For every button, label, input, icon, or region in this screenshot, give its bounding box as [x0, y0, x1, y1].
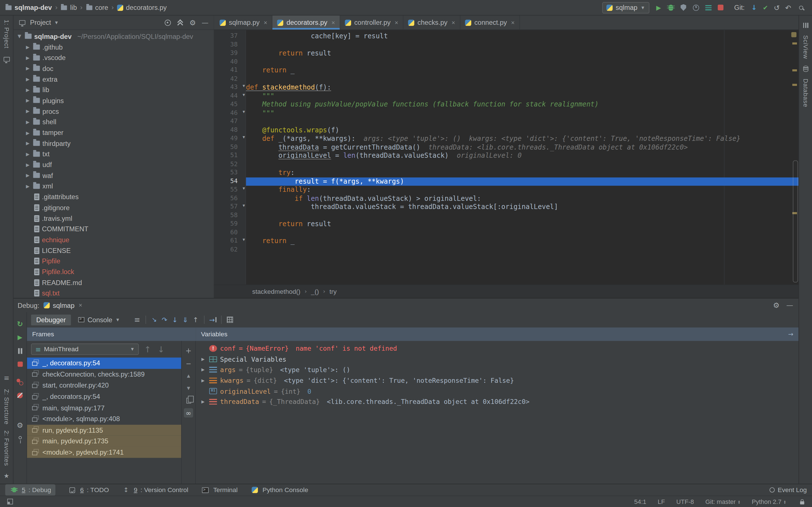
toolwindow-switcher-icon[interactable]	[5, 497, 14, 506]
code-text[interactable]: Method using pushValue/popValue function…	[246, 100, 799, 109]
line-number[interactable]: 55▾	[214, 186, 246, 194]
project-tree-item[interactable]: ▶thirdparty	[13, 138, 214, 149]
close-tab-icon[interactable]: ×	[452, 19, 455, 26]
expand-arrow-icon[interactable]: ▶	[200, 356, 206, 361]
stop-icon[interactable]	[15, 360, 24, 369]
close-tab-icon[interactable]: ×	[264, 19, 267, 26]
debug-button-icon[interactable]	[666, 3, 675, 12]
expand-arrow-icon[interactable]: ▶	[25, 141, 31, 146]
editor-scrollbar[interactable]	[793, 160, 798, 282]
fold-icon[interactable]: ▾	[243, 83, 245, 89]
project-tree-item[interactable]: ▶extra	[13, 74, 214, 84]
code-text[interactable]: if len(threadData.valueStack) > original…	[246, 194, 799, 203]
line-number[interactable]: 53	[214, 169, 246, 177]
expand-arrow-icon[interactable]: ▶	[25, 45, 31, 50]
stop-button-icon[interactable]	[716, 3, 725, 12]
code-text[interactable]: return _	[246, 66, 799, 75]
frame-row[interactable]: checkConnection, checks.py:1589	[27, 369, 181, 380]
project-tree-item[interactable]: ▶shell	[13, 117, 214, 127]
hide-panel-icon[interactable]	[785, 300, 794, 310]
toolwindow-button-database[interactable]: Database	[802, 78, 809, 107]
project-tree-item[interactable]: ▶procs	[13, 106, 214, 117]
pin-to-right-icon[interactable]: →	[788, 331, 793, 338]
project-tree-item[interactable]: .gitignore	[13, 202, 214, 213]
resume-icon[interactable]	[15, 333, 24, 342]
variable-row[interactable]: ▶args = {tuple} <type 'tuple'>: ()	[196, 364, 799, 375]
line-number[interactable]: 57▾	[214, 203, 246, 211]
search-everywhere-icon[interactable]	[798, 3, 807, 12]
copy-stack-icon[interactable]	[184, 396, 193, 405]
mute-breakpoints-icon[interactable]	[15, 391, 24, 400]
gear-icon[interactable]	[188, 18, 197, 27]
breadcrumb-item[interactable]: _()	[311, 288, 319, 295]
lock-icon[interactable]	[798, 497, 807, 506]
expand-arrow-icon[interactable]: ▶	[25, 98, 31, 103]
close-tab-icon[interactable]: ×	[511, 19, 515, 26]
vcs-icon[interactable]	[121, 485, 131, 495]
project-tree-item[interactable]: ▶doc	[13, 63, 214, 74]
step-over-icon[interactable]	[160, 315, 169, 325]
expand-arrow-icon[interactable]: ▶	[25, 87, 31, 93]
move-up-icon[interactable]	[184, 371, 193, 380]
editor-tab[interactable]: connect.py×	[460, 15, 520, 30]
project-panel-title[interactable]: Project	[30, 18, 51, 26]
breadcrumb-item[interactable]: core	[86, 4, 108, 11]
line-number[interactable]: 45	[214, 100, 246, 109]
toolwindow-button-sciview[interactable]: SciView	[802, 35, 809, 59]
line-number[interactable]: 54	[214, 177, 246, 186]
variable-row[interactable]: originalLevel = {int} 0	[196, 386, 799, 397]
step-into-my-code-icon[interactable]	[181, 315, 190, 325]
py-icon[interactable]	[250, 485, 259, 495]
breadcrumb-item[interactable]: try	[329, 288, 337, 295]
toolwindow-button-structure[interactable]: Z: Structure	[3, 389, 10, 425]
code-text[interactable]	[246, 211, 799, 220]
project-tree-item[interactable]: Pipfile.lock	[13, 267, 214, 277]
expand-arrow-icon[interactable]: ▶	[200, 378, 206, 383]
inspections-widget[interactable]	[792, 32, 797, 37]
debug-session-tab[interactable]: sqlmap ×	[43, 301, 82, 309]
line-number[interactable]: 37	[214, 32, 246, 41]
code-text[interactable]: """	[246, 109, 799, 117]
variable-row[interactable]: conf = {NameError} name 'conf' is not de…	[196, 343, 799, 354]
expand-arrow-icon[interactable]: ▶	[25, 76, 31, 82]
concurrency-diagram-button-icon[interactable]	[704, 3, 713, 12]
frame-row[interactable]: run, pydevd.py:1135	[27, 425, 181, 436]
todo-icon[interactable]	[68, 485, 77, 495]
code-text[interactable]: threadData = getCurrentThreadData() thre…	[246, 143, 799, 152]
close-icon[interactable]: ×	[79, 302, 82, 309]
profiler-button-icon[interactable]	[691, 3, 701, 12]
line-number[interactable]: 50	[214, 143, 246, 152]
frame-row[interactable]: main, sqlmap.py:177	[27, 402, 181, 413]
project-tree-item[interactable]: ▶tamper	[13, 127, 214, 138]
code-text[interactable]	[246, 245, 799, 254]
code-text[interactable]	[246, 75, 799, 83]
project-tree-item[interactable]: ▶txt	[13, 149, 214, 159]
monitor-icon[interactable]	[2, 55, 11, 64]
move-down-icon[interactable]	[184, 383, 193, 393]
expand-arrow-icon[interactable]: ▶	[25, 66, 31, 71]
structure-icon[interactable]: ≡	[2, 373, 11, 383]
expand-arrow-icon[interactable]: ▶	[25, 162, 31, 167]
previous-frame-icon[interactable]: ↑	[143, 344, 152, 354]
frame-row[interactable]: main, pydevd.py:1735	[27, 436, 181, 447]
code-text[interactable]: result = f(*args, **kwargs)	[246, 177, 799, 186]
debug-tab-debugger[interactable]: Debugger	[31, 314, 71, 325]
code-text[interactable]: @functools.wraps(f)	[246, 126, 799, 134]
line-number[interactable]: 59	[214, 220, 246, 228]
breadcrumb-item[interactable]: decorators.py	[117, 4, 167, 11]
settings-icon[interactable]	[15, 420, 24, 430]
code-text[interactable]	[246, 228, 799, 237]
code-text[interactable]	[246, 160, 799, 168]
git-revert-icon[interactable]	[783, 3, 793, 12]
frame-row[interactable]: start, controller.py:420	[27, 380, 181, 391]
project-tree-item[interactable]: Pipfile	[13, 256, 214, 267]
line-number[interactable]: 61▾	[214, 237, 246, 245]
variable-row[interactable]: ▶kwargs = {dict} <type 'dict'>: {'conten…	[196, 375, 799, 386]
project-tree-root[interactable]: ▼ sqlmap-dev ~/Person/Application/SQLI/s…	[13, 31, 214, 42]
code-text[interactable]: finally:	[246, 186, 799, 194]
line-number[interactable]: 52	[214, 160, 246, 168]
expand-arrow-icon[interactable]: ▶	[25, 130, 31, 135]
next-frame-icon[interactable]: ↓	[156, 344, 166, 354]
close-tab-icon[interactable]: ×	[395, 19, 398, 26]
code-text[interactable]: def stackedmethod(f):	[246, 83, 799, 92]
